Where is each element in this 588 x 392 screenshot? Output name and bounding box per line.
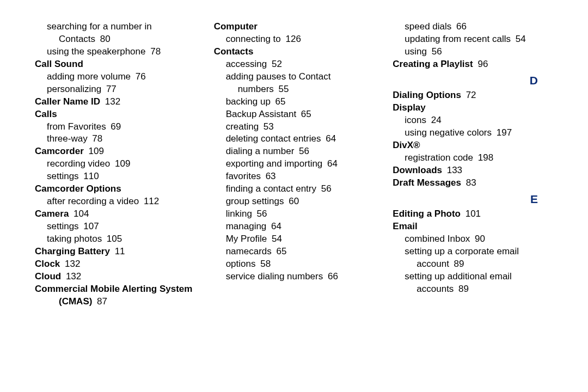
entry-text: creating [226, 121, 259, 132]
entry-text: dialing a number [226, 146, 295, 156]
index-entry: creating 53 [214, 121, 375, 133]
entry-text: searching for a number in [47, 21, 152, 32]
index-entry: settings 110 [35, 170, 195, 183]
index-entry: adding more volume 76 [35, 71, 195, 83]
entry-page: 56 [254, 209, 267, 219]
index-entry: Charging Battery 11 [35, 246, 195, 258]
entry-page: 132 [63, 271, 81, 281]
index-entry: deleting contact entries 64 [214, 133, 375, 145]
index-entry: Contacts [214, 46, 375, 58]
entry-text: taking photos [47, 234, 102, 244]
entry-text: using the speakerphone [47, 46, 145, 57]
entry-text: Draft Messages [393, 177, 461, 188]
index-entry: combined Inbox 90 [393, 233, 553, 246]
index-entry: setting up additional email [393, 271, 553, 283]
index-entry: accessing 52 [214, 58, 375, 71]
entry-text: after recording a video [47, 196, 139, 206]
entry-text: exporting and importing [226, 158, 323, 169]
index-entry: numbers 55 [214, 83, 375, 96]
entry-text: combined Inbox [405, 234, 470, 244]
entry-text: Backup Assistant [226, 109, 296, 119]
index-entry: settings 107 [35, 220, 195, 233]
entry-page: 107 [81, 221, 99, 231]
index-entry: Commercial Mobile Alerting System [35, 283, 195, 296]
entry-text: Cloud [35, 271, 61, 281]
entry-page: 110 [81, 171, 99, 181]
entry-text: group settings [226, 196, 284, 206]
entry-page: 112 [141, 196, 159, 206]
index-entry: three-way 78 [35, 133, 195, 145]
entry-text: managing [226, 221, 267, 231]
entry-text: favorites [226, 171, 261, 181]
index-entry: Email [393, 220, 553, 233]
index-entry: registration code 198 [393, 152, 553, 164]
index-entry: adding pauses to Contact [214, 71, 375, 83]
index-entry: after recording a video 112 [35, 195, 195, 208]
index-entry: Clock 132 [35, 258, 195, 271]
index-entry: group settings 60 [214, 195, 375, 208]
index-entry: finding a contact entry 56 [214, 183, 375, 195]
entry-page: 109 [112, 158, 130, 169]
entry-text: speed dials [405, 21, 451, 32]
entry-text: (CMAS) [59, 296, 92, 307]
index-entry: recording video 109 [35, 158, 195, 170]
index-entry: Editing a Photo 101 [393, 208, 553, 220]
entry-page: 64 [323, 133, 336, 144]
index-entry: account 89 [393, 258, 553, 271]
entry-page: 109 [86, 146, 104, 156]
entry-text: Charging Battery [35, 246, 110, 256]
entry-page: 69 [108, 121, 121, 132]
entry-text: accessing [226, 59, 267, 69]
entry-text: Camcorder [35, 146, 84, 156]
index-entry: using negative colors 197 [393, 127, 553, 139]
entry-text: Contacts [214, 46, 254, 57]
entry-text: from Favorites [47, 121, 106, 132]
entry-page: 54 [513, 34, 526, 44]
entry-text: recording video [47, 158, 110, 169]
index-entry: using 56 [393, 46, 553, 58]
entry-page: 58 [258, 259, 271, 269]
entry-text: registration code [405, 152, 473, 163]
entry-page: 56 [429, 46, 442, 57]
index-entry: setting up a corporate email [393, 246, 553, 258]
entry-text: Dialing Options [393, 90, 461, 100]
entry-page: 72 [463, 90, 476, 100]
entry-text: setting up a corporate email [405, 246, 519, 256]
entry-text: service dialing numbers [226, 271, 323, 281]
entry-text: numbers [238, 84, 274, 94]
entry-page: 54 [269, 234, 282, 244]
index-entry: connecting to 126 [214, 33, 375, 46]
entry-page: 66 [454, 21, 467, 32]
entry-text: Commercial Mobile Alerting System [35, 284, 192, 294]
index-entry: linking 56 [214, 208, 375, 220]
entry-page: 133 [444, 165, 462, 175]
entry-text: three-way [47, 133, 88, 144]
entry-page: 65 [298, 109, 311, 119]
index-entry: Dialing Options 72 [393, 89, 553, 102]
entry-page: 89 [451, 259, 464, 269]
entry-page: 77 [103, 84, 117, 94]
entry-page: 78 [148, 46, 161, 57]
index-entry: Backup Assistant 65 [214, 108, 375, 121]
entry-page: 126 [283, 34, 301, 44]
entry-text: Computer [214, 21, 258, 32]
entry-page: 56 [296, 146, 309, 156]
entry-text: options [226, 259, 256, 269]
entry-page: 11 [112, 246, 125, 256]
entry-page: 80 [97, 34, 111, 44]
entry-page: 66 [325, 271, 338, 281]
index-entry: (CMAS) 87 [35, 296, 195, 308]
entry-page: 64 [324, 158, 338, 169]
entry-text: using negative colors [405, 127, 492, 138]
index-entry: Camcorder Options [35, 183, 195, 195]
index-entry: Cloud 132 [35, 271, 195, 283]
entry-page: 96 [475, 59, 488, 69]
entry-text: settings [47, 221, 79, 231]
entry-page: 60 [286, 196, 299, 206]
entry-text: using [405, 46, 427, 57]
index-entry: speed dials 66 [393, 21, 553, 33]
entry-page: 52 [269, 59, 282, 69]
index-entry: Calls [35, 108, 195, 121]
entry-page: 65 [273, 96, 286, 107]
entry-text: setting up additional email [405, 271, 512, 281]
